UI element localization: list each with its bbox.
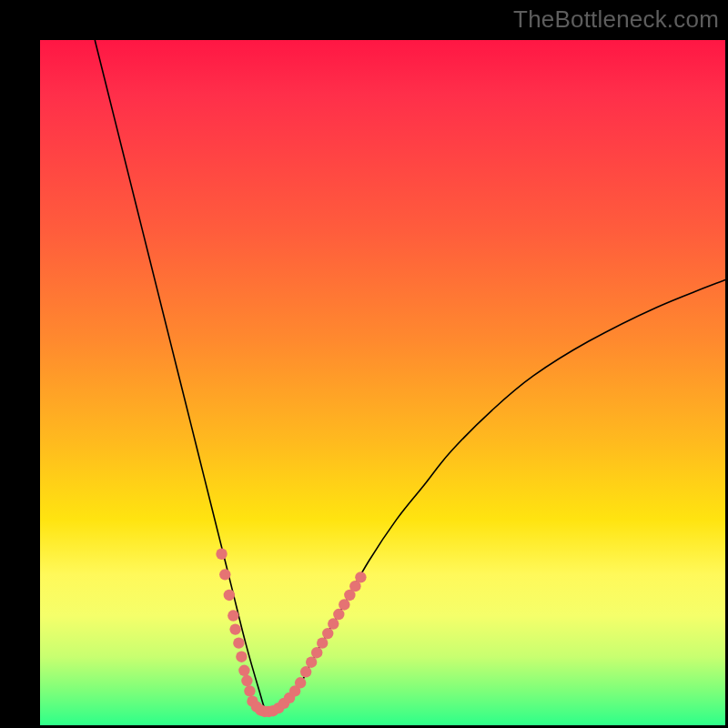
highlight-dot <box>317 637 328 648</box>
highlight-dot <box>339 599 349 610</box>
highlight-dot <box>224 590 235 601</box>
highlight-dot <box>229 623 240 634</box>
highlight-dot <box>322 628 333 639</box>
highlight-dot <box>238 665 249 676</box>
highlight-dot <box>216 549 227 560</box>
highlight-dot <box>244 685 255 696</box>
plot-area <box>40 40 725 725</box>
highlight-dot <box>219 569 230 580</box>
highlight-dot <box>236 652 247 662</box>
highlight-dot <box>300 666 311 677</box>
highlight-dot <box>233 637 244 648</box>
plot-svg <box>40 40 725 725</box>
highlight-dots-right <box>295 571 367 688</box>
highlight-dot <box>311 647 322 658</box>
highlight-dot <box>241 675 252 686</box>
highlight-dot <box>333 609 344 620</box>
highlight-dots-left <box>216 549 255 697</box>
bottleneck-curve <box>95 40 725 713</box>
highlight-dot <box>228 610 238 621</box>
highlight-dot <box>355 571 366 582</box>
watermark-text: TheBottleneck.com <box>513 5 719 34</box>
highlight-dot <box>306 657 317 668</box>
outer-frame: TheBottleneck.com <box>0 0 728 728</box>
highlight-dot <box>328 618 339 629</box>
highlight-dot <box>295 677 306 688</box>
